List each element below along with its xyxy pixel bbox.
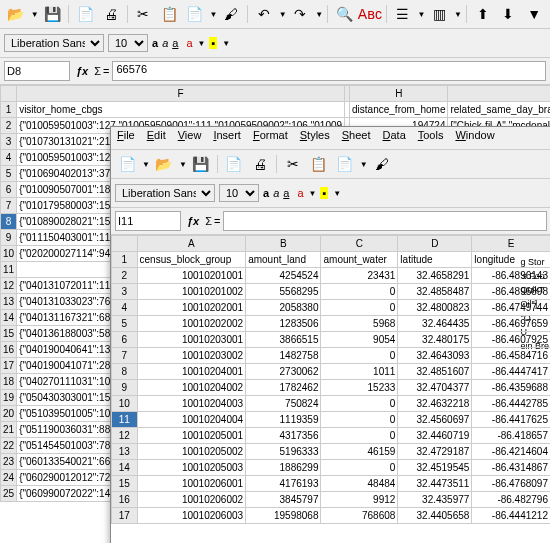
cell[interactable]: 32.4643093 (398, 348, 472, 364)
cell[interactable]: 48484 (321, 476, 398, 492)
cell[interactable]: -86.4768097 (472, 476, 550, 492)
underline-icon[interactable]: a (172, 37, 178, 49)
cell[interactable]: 32.480175 (398, 332, 472, 348)
cell[interactable]: 10010206003 (137, 508, 246, 524)
row-header[interactable]: 3 (1, 134, 17, 150)
undo-icon[interactable]: ↶ (252, 2, 276, 26)
col-header[interactable] (112, 236, 138, 252)
cell[interactable]: -86.4896143 (472, 268, 550, 284)
fx-icon[interactable]: ƒx (183, 215, 203, 227)
row-header[interactable]: 10 (1, 246, 17, 262)
cell[interactable]: 1119359 (246, 412, 321, 428)
cell[interactable]: 9054 (321, 332, 398, 348)
cell[interactable]: 0 (321, 348, 398, 364)
cell[interactable]: 5968 (321, 316, 398, 332)
cell[interactable]: -86.4896898 (472, 284, 550, 300)
cell[interactable]: visitor_home_cbgs (17, 102, 345, 118)
col-header[interactable]: A (137, 236, 246, 252)
row-header[interactable]: 15 (1, 326, 17, 342)
cell[interactable]: 10010204004 (137, 412, 246, 428)
cell[interactable]: -86.4314867 (472, 460, 550, 476)
row-header[interactable]: 20 (1, 406, 17, 422)
row-header[interactable]: 14 (112, 460, 138, 476)
cell[interactable]: 10010202002 (137, 316, 246, 332)
row-header[interactable]: 16 (1, 342, 17, 358)
cell[interactable]: 4254524 (246, 268, 321, 284)
cell[interactable]: -86.4359688 (472, 380, 550, 396)
row-header[interactable]: 22 (1, 438, 17, 454)
row-header[interactable]: 24 (1, 470, 17, 486)
cell[interactable]: 15233 (321, 380, 398, 396)
cell[interactable]: 32.4704377 (398, 380, 472, 396)
cell[interactable]: 750824 (246, 396, 321, 412)
copy-icon[interactable]: 📋 (157, 2, 181, 26)
bold-icon[interactable]: a (152, 37, 158, 49)
cell[interactable]: 0 (321, 412, 398, 428)
row-header[interactable]: 4 (112, 300, 138, 316)
cut-icon[interactable]: ✂ (132, 2, 156, 26)
cell[interactable]: 10010204001 (137, 364, 246, 380)
cell[interactable]: 1011 (321, 364, 398, 380)
row-header[interactable]: 3 (112, 284, 138, 300)
cell[interactable]: 32.4519545 (398, 460, 472, 476)
cell[interactable]: 768608 (321, 508, 398, 524)
cell[interactable]: 32.4729187 (398, 444, 472, 460)
cell[interactable]: 0 (321, 284, 398, 300)
cell[interactable]: -86.4442785 (472, 396, 550, 412)
cell[interactable]: 32.464435 (398, 316, 472, 332)
bold-icon[interactable]: a (263, 187, 269, 199)
cell[interactable]: 5196333 (246, 444, 321, 460)
row-header[interactable]: 7 (112, 348, 138, 364)
cut-icon[interactable]: ✂ (281, 152, 305, 176)
cell[interactable]: 10010205002 (137, 444, 246, 460)
spellcheck-icon[interactable]: Aʙc (358, 2, 382, 26)
menu-styles[interactable]: Styles (300, 129, 330, 147)
cell[interactable]: 3866515 (246, 332, 321, 348)
cell[interactable]: 32.4858487 (398, 284, 472, 300)
cell[interactable]: 10010204003 (137, 396, 246, 412)
cell[interactable]: 32.4658291 (398, 268, 472, 284)
row-header[interactable]: 9 (1, 230, 17, 246)
row-header[interactable]: 15 (112, 476, 138, 492)
cell[interactable]: census_block_group (137, 252, 246, 268)
cell[interactable]: 9912 (321, 492, 398, 508)
row-header[interactable]: 7 (1, 198, 17, 214)
open-icon[interactable]: 📂 (152, 152, 176, 176)
font-name-select[interactable]: Liberation Sans (4, 34, 104, 52)
cell[interactable]: 32.4632218 (398, 396, 472, 412)
cell[interactable]: -86.4584716 (472, 348, 550, 364)
cell[interactable]: 1482758 (246, 348, 321, 364)
row-header[interactable]: 17 (1, 358, 17, 374)
cell[interactable]: 10010206002 (137, 492, 246, 508)
row-header[interactable]: 12 (1, 278, 17, 294)
row-header[interactable]: 13 (112, 444, 138, 460)
cell[interactable]: -86.4214604 (472, 444, 550, 460)
cell[interactable]: -86.418657 (472, 428, 550, 444)
cell[interactable]: 10010205003 (137, 460, 246, 476)
cell[interactable]: longitude (472, 252, 550, 268)
menu-tools[interactable]: Tools (418, 129, 444, 147)
highlight-icon[interactable]: ▪ (320, 187, 328, 199)
cell-ref-input[interactable] (4, 61, 70, 81)
cell[interactable]: 23431 (321, 268, 398, 284)
cell[interactable]: 1782462 (246, 380, 321, 396)
row-header[interactable]: 2 (112, 268, 138, 284)
cell[interactable]: 0 (321, 300, 398, 316)
col-header[interactable]: I (448, 86, 550, 102)
save-icon[interactable]: 💾 (189, 152, 213, 176)
cell[interactable]: related_same_day_brand (448, 102, 550, 118)
cell[interactable]: -86.4607925 (472, 332, 550, 348)
cell[interactable]: 10010203002 (137, 348, 246, 364)
col-header[interactable]: B (246, 236, 321, 252)
cell[interactable]: distance_from_home (350, 102, 448, 118)
row-header[interactable]: 18 (1, 374, 17, 390)
save-icon[interactable]: 💾 (41, 2, 65, 26)
menu-data[interactable]: Data (383, 129, 406, 147)
row-icon[interactable]: ☰ (391, 2, 415, 26)
cell[interactable]: 10010201002 (137, 284, 246, 300)
sort-asc-icon[interactable]: ⬆ (471, 2, 495, 26)
row-header[interactable]: 21 (1, 422, 17, 438)
col-header[interactable]: D (398, 236, 472, 252)
row-header[interactable]: 8 (112, 364, 138, 380)
row-header[interactable]: 25 (1, 486, 17, 502)
